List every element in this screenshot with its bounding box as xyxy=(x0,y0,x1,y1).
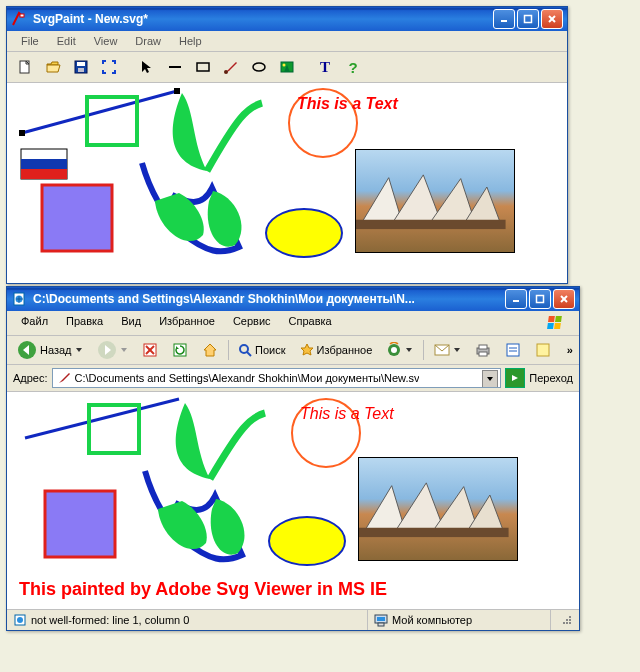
dropdown-icon xyxy=(453,346,461,354)
forward-arrow-icon xyxy=(97,340,117,360)
ie-menu-tools[interactable]: Сервис xyxy=(225,313,279,333)
svg-rect-29 xyxy=(537,296,544,303)
ie-menu-file[interactable]: Файл xyxy=(13,313,56,333)
nav-stop-button[interactable] xyxy=(138,340,162,360)
ie-nav-toolbar: Назад Поиск Избранное » xyxy=(7,336,579,365)
svg-point-23 xyxy=(266,209,342,257)
search-icon xyxy=(238,343,252,357)
close-button[interactable] xyxy=(541,9,563,29)
svg-rect-25 xyxy=(356,220,506,229)
fullscreen-icon[interactable] xyxy=(97,55,121,79)
address-dropdown-icon[interactable] xyxy=(482,370,498,388)
svg-rect-33 xyxy=(555,316,562,322)
svg-rect-49 xyxy=(479,352,487,356)
svgpaint-canvas[interactable]: This is a Text xyxy=(7,83,567,281)
svg-rect-64 xyxy=(378,623,384,626)
svgpaint-titlebar[interactable]: SvgPaint - New.svg* xyxy=(7,7,567,31)
nav-refresh-button[interactable] xyxy=(168,340,192,360)
pointer-tool-icon[interactable] xyxy=(135,55,159,79)
edit-icon xyxy=(505,342,521,358)
svg-rect-16 xyxy=(19,130,25,136)
svg-point-12 xyxy=(253,63,265,71)
canvas-image xyxy=(355,149,515,253)
svg-rect-66 xyxy=(566,622,568,624)
ie-titlebar[interactable]: C:\Documents and Settings\Alexandr Shokh… xyxy=(7,287,579,311)
nav-discuss-button[interactable] xyxy=(531,340,555,360)
nav-mail-button[interactable] xyxy=(430,341,465,359)
mail-icon xyxy=(434,343,450,357)
svg-rect-53 xyxy=(537,344,549,356)
image-tool-icon[interactable] xyxy=(275,55,299,79)
menu-file[interactable]: File xyxy=(13,33,47,49)
address-value: C:\Documents and Settings\Alexandr Shokh… xyxy=(75,372,420,384)
ie-close-button[interactable] xyxy=(553,289,575,309)
dropdown-icon xyxy=(75,346,83,354)
ie-canvas-image xyxy=(358,457,518,561)
svg-rect-17 xyxy=(174,88,180,94)
svg-point-61 xyxy=(17,617,23,623)
save-icon[interactable] xyxy=(69,55,93,79)
nav-search-label: Поиск xyxy=(255,344,285,356)
ie-menu-help[interactable]: Справка xyxy=(281,313,340,333)
ie-menu-fav[interactable]: Избранное xyxy=(151,313,223,333)
nav-edit-button[interactable] xyxy=(501,340,525,360)
ie-minimize-button[interactable] xyxy=(505,289,527,309)
toolbar-overflow-icon[interactable]: » xyxy=(567,344,573,356)
svg-point-14 xyxy=(283,64,286,67)
nav-search-button[interactable]: Поиск xyxy=(234,341,289,359)
nav-back-button[interactable]: Назад xyxy=(13,338,87,362)
menu-draw[interactable]: Draw xyxy=(127,33,169,49)
ie-maximize-button[interactable] xyxy=(529,289,551,309)
ellipse-tool-icon[interactable] xyxy=(247,55,271,79)
svg-rect-32 xyxy=(548,316,555,322)
svg-rect-2 xyxy=(525,16,532,23)
ie-caption-text: This painted by Adobe Svg Viewer in MS I… xyxy=(19,579,387,600)
go-arrow-icon xyxy=(510,373,520,383)
menu-help[interactable]: Help xyxy=(171,33,210,49)
svg-rect-22 xyxy=(42,185,112,251)
ie-content-canvas[interactable]: This is a Text This painted by Adobe Svg… xyxy=(7,392,579,609)
menu-edit[interactable]: Edit xyxy=(49,33,84,49)
svgpaint-window: SvgPaint - New.svg* File Edit View Draw … xyxy=(6,6,568,284)
status-document-icon xyxy=(13,613,27,627)
status-left-text: not well-formed: line 1, column 0 xyxy=(31,614,189,626)
text-tool-icon[interactable]: T xyxy=(313,55,337,79)
svg-rect-68 xyxy=(563,622,565,624)
svg-rect-35 xyxy=(554,323,561,329)
menu-view[interactable]: View xyxy=(86,33,126,49)
new-file-icon[interactable] xyxy=(13,55,37,79)
maximize-button[interactable] xyxy=(517,9,539,29)
svgpaint-menubar: File Edit View Draw Help xyxy=(7,31,567,52)
ie-menu-view[interactable]: Вид xyxy=(113,313,149,333)
brush-tool-icon[interactable] xyxy=(219,55,243,79)
refresh-icon xyxy=(172,342,188,358)
svg-rect-0 xyxy=(20,14,24,17)
nav-media-button[interactable] xyxy=(382,340,417,360)
svg-rect-8 xyxy=(78,68,84,72)
svg-rect-65 xyxy=(569,622,571,624)
nav-home-button[interactable] xyxy=(198,340,222,360)
ie-menu-edit[interactable]: Правка xyxy=(58,313,111,333)
ie-address-bar: Адрес: C:\Documents and Settings\Alexand… xyxy=(7,365,579,392)
svg-point-11 xyxy=(224,70,228,74)
resize-grip-icon[interactable] xyxy=(561,614,573,626)
line-tool-icon[interactable] xyxy=(163,55,187,79)
svg-rect-48 xyxy=(479,345,487,349)
nav-favorites-button[interactable]: Избранное xyxy=(296,341,377,359)
svg-rect-63 xyxy=(377,617,385,621)
svg-rect-70 xyxy=(569,616,571,618)
nav-print-button[interactable] xyxy=(471,341,495,359)
ie-canvas-text: This is a Text xyxy=(300,405,394,423)
address-input[interactable]: C:\Documents and Settings\Alexandr Shokh… xyxy=(52,368,502,388)
ie-menubar: Файл Правка Вид Избранное Сервис Справка xyxy=(7,311,579,336)
go-button[interactable] xyxy=(505,368,525,388)
svg-rect-10 xyxy=(197,63,209,71)
rect-tool-icon[interactable] xyxy=(191,55,215,79)
minimize-button[interactable] xyxy=(493,9,515,29)
nav-forward-button[interactable] xyxy=(93,338,132,362)
stop-icon xyxy=(142,342,158,358)
ie-statusbar: not well-formed: line 1, column 0 Мой ко… xyxy=(7,609,579,630)
help-icon[interactable]: ? xyxy=(341,55,365,79)
open-file-icon[interactable] xyxy=(41,55,65,79)
svg-rect-59 xyxy=(359,528,509,537)
